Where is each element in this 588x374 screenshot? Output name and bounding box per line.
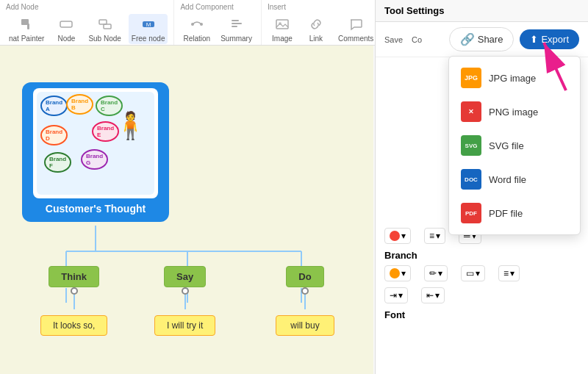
do-connector — [301, 287, 309, 295]
co-btn[interactable]: Co — [412, 35, 422, 44]
comments-label: Comments — [338, 35, 373, 43]
rect-icon: ▭ — [466, 268, 474, 278]
share-export-bar: Save Co 🔗 Share ⬆ Export — [376, 22, 588, 57]
free-node-icon: M — [140, 15, 157, 33]
jpg-text: JPG — [465, 74, 478, 82]
think-node[interactable]: Think — [49, 266, 99, 287]
format-painter-btn[interactable]: nat Painter — [6, 14, 47, 44]
summary-icon — [228, 15, 245, 33]
export-label: Export — [541, 34, 569, 45]
export-button[interactable]: ⬆ Export — [520, 29, 579, 49]
line-color-btn[interactable]: ▾ — [384, 228, 411, 244]
central-node-image: BrandA BrandB BrandC BrandD BrandE Brand… — [33, 88, 158, 198]
node-label: Node — [57, 35, 75, 43]
svg-rect-12 — [276, 20, 288, 29]
svg-rect-4 — [104, 24, 111, 29]
say-line — [184, 295, 186, 309]
say-node[interactable]: Say — [164, 266, 206, 287]
svg-point-7 — [191, 23, 194, 26]
png-icon: ✕ — [461, 101, 481, 122]
link-label: Link — [309, 35, 323, 43]
pen-chevron: ▾ — [438, 268, 442, 278]
export-icon: ⬆ — [530, 34, 538, 45]
branch-style-btn[interactable]: ≡ ▾ — [498, 265, 520, 281]
add-node-section: Add Node nat Painter Node Sub Node — [0, 0, 174, 45]
do-line — [304, 295, 306, 309]
line-style-btn[interactable]: ≡ ▾ — [424, 228, 445, 244]
link-btn[interactable]: Link — [301, 14, 331, 44]
comments-icon — [347, 15, 365, 33]
svg-icon: SVG — [461, 135, 481, 156]
summary-label: Summary — [220, 35, 252, 43]
canvas-area[interactable]: BrandA BrandB BrandC BrandD BrandE Brand… — [0, 46, 373, 374]
central-node[interactable]: BrandA BrandB BrandC BrandD BrandE Brand… — [22, 82, 169, 222]
svg-text:M: M — [146, 21, 151, 28]
save-btn[interactable]: Save — [384, 35, 403, 44]
jpg-label: JPG image — [489, 73, 536, 84]
node-icon — [57, 15, 75, 33]
align-icon: ⇤ — [426, 290, 434, 301]
style-controls: ▾ ≡ ▾ ═ ▾ Branch ▾ ✏ ▾ — [376, 228, 588, 325]
mind-map: BrandA BrandB BrandC BrandD BrandE Brand… — [0, 46, 373, 374]
tool-settings-panel: Tool Settings Save Co 🔗 Share ⬆ Export J… — [375, 0, 588, 374]
do-branch: Do will buy — [276, 266, 334, 336]
branch-row2: ⇥ ▾ ⇤ ▾ — [384, 287, 579, 303]
add-component-section: Add Component Relation Summary — [174, 0, 262, 45]
share-button[interactable]: 🔗 Share — [449, 27, 514, 51]
line-color-chevron: ▾ — [401, 231, 406, 241]
add-node-items: nat Painter Node Sub Node M Free node — [6, 14, 168, 44]
branch-title: Branch — [384, 250, 579, 261]
share-label: Share — [478, 34, 503, 45]
indent-icon: ⇥ — [390, 290, 397, 301]
svg-rect-3 — [99, 20, 107, 24]
summary-btn[interactable]: Summary — [218, 14, 255, 44]
export-pdf[interactable]: PDF PDF file — [449, 196, 580, 230]
pen-btn[interactable]: ✏ ▾ — [424, 265, 448, 281]
do-child[interactable]: will buy — [276, 315, 334, 336]
svg-label: SVG file — [489, 140, 524, 151]
image-btn[interactable]: Image — [268, 14, 297, 44]
pen-icon: ✏ — [429, 268, 437, 278]
pdf-icon: PDF — [461, 203, 481, 223]
align-chevron: ▾ — [435, 290, 440, 301]
central-node-text: Customer's Thought — [46, 203, 146, 215]
word-label: Word file — [489, 174, 526, 185]
sub-node-label: Sub Node — [88, 35, 121, 43]
say-child[interactable]: I will try it — [154, 315, 215, 336]
say-connector — [182, 287, 189, 295]
svg-rect-1 — [27, 24, 29, 29]
png-label: PNG image — [489, 107, 538, 118]
pdf-text: PDF — [465, 210, 477, 217]
rect-chevron: ▾ — [476, 268, 480, 278]
relation-icon — [188, 15, 206, 33]
sub-node-icon — [96, 15, 114, 33]
tool-settings-header: Tool Settings — [376, 0, 588, 22]
free-node-btn[interactable]: M Free node — [129, 14, 168, 44]
insert-section: Insert Image Link Comments — [262, 0, 383, 45]
word-text: DOC — [465, 176, 478, 183]
think-child[interactable]: It looks so, — [40, 315, 107, 336]
indent-btn[interactable]: ⇥ ▾ — [384, 287, 408, 303]
sub-node-btn[interactable]: Sub Node — [85, 14, 123, 44]
word-icon: DOC — [461, 169, 481, 190]
export-word[interactable]: DOC Word file — [449, 162, 580, 196]
comments-btn[interactable]: Comments — [335, 14, 376, 44]
rect-btn[interactable]: ▭ ▾ — [461, 265, 485, 281]
fill-color-btn[interactable]: ▾ — [384, 265, 411, 281]
node-btn[interactable]: Node — [51, 14, 81, 44]
export-png[interactable]: ✕ PNG image — [449, 95, 580, 129]
align-btn[interactable]: ⇤ ▾ — [421, 287, 445, 303]
relation-btn[interactable]: Relation — [180, 14, 213, 44]
svg-rect-11 — [232, 26, 237, 27]
insert-title: Insert — [268, 3, 286, 11]
export-jpg[interactable]: JPG JPG image — [449, 61, 580, 95]
insert-items: Image Link Comments — [268, 14, 376, 44]
png-text: ✕ — [468, 108, 474, 115]
think-line — [74, 295, 75, 309]
format-painter-label: nat Painter — [9, 35, 44, 43]
do-node[interactable]: Do — [286, 266, 323, 287]
svg-rect-2 — [60, 21, 72, 27]
free-node-label: Free node — [132, 35, 165, 43]
export-svg[interactable]: SVG SVG file — [449, 129, 580, 162]
add-component-title: Add Component — [180, 3, 233, 11]
